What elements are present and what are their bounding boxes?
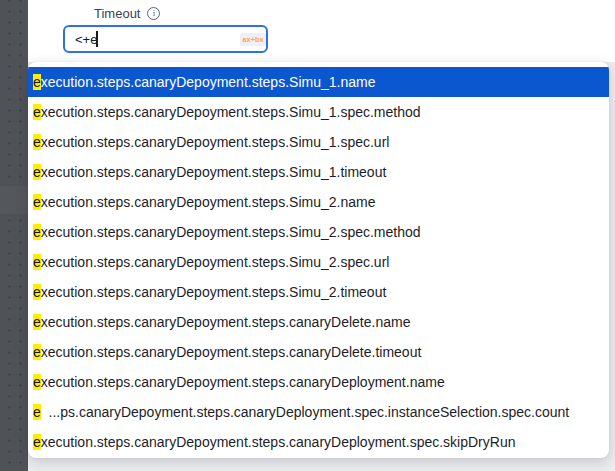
match-highlight: e — [33, 104, 41, 120]
match-highlight: e — [33, 74, 41, 90]
suggestion-item[interactable]: execution.steps.canaryDepoyment.steps.Si… — [28, 217, 609, 247]
text-caret — [96, 31, 98, 47]
match-highlight: e — [33, 314, 41, 330]
suggestion-text: xecution.steps.canaryDepoyment.steps.Sim… — [41, 104, 421, 120]
match-highlight: e — [33, 134, 41, 150]
suggestion-item[interactable]: execution.steps.canaryDepoyment.steps.Si… — [28, 127, 609, 157]
suggestion-item[interactable]: e ...ps.canaryDepoyment.steps.canaryDepl… — [28, 397, 609, 427]
suggestion-item[interactable]: execution.steps.canaryDepoyment.steps.Si… — [28, 97, 609, 127]
expression-suggestion-dropdown: execution.steps.canaryDepoyment.steps.Si… — [28, 62, 609, 458]
match-highlight: e — [33, 254, 41, 270]
info-icon[interactable]: i — [147, 7, 160, 20]
suggestion-text: xecution.steps.canaryDepoyment.steps.Sim… — [41, 134, 390, 150]
match-highlight: e — [33, 164, 41, 180]
suggestion-item[interactable]: execution.steps.canaryDepoyment.steps.Si… — [28, 157, 609, 187]
match-highlight: e — [33, 434, 41, 450]
suggestion-item[interactable]: execution.steps.canaryDepoyment.steps.ca… — [28, 337, 609, 367]
timeout-input[interactable] — [63, 25, 268, 53]
suggestion-text: ...ps.canaryDepoyment.steps.canaryDeploy… — [41, 404, 569, 420]
suggestion-text: xecution.steps.canaryDepoyment.steps.can… — [41, 434, 516, 450]
suggestion-item[interactable]: execution.steps.canaryDepoyment.steps.Si… — [28, 277, 609, 307]
suggestion-item[interactable]: execution.steps.canaryDepoyment.steps.ca… — [28, 367, 609, 397]
suggestion-item[interactable]: execution.steps.canaryDepoyment.steps.Si… — [28, 187, 609, 217]
suggestion-item[interactable]: execution.steps.canaryDepoyment.steps.Si… — [28, 67, 609, 97]
suggestion-list: execution.steps.canaryDepoyment.steps.Si… — [28, 67, 609, 457]
match-highlight: e — [33, 194, 41, 210]
match-highlight: e — [33, 404, 41, 420]
match-highlight: e — [33, 344, 41, 360]
match-highlight: e — [33, 284, 41, 300]
suggestion-text: xecution.steps.canaryDepoyment.steps.Sim… — [41, 194, 376, 210]
pipeline-canvas-band — [0, 186, 28, 214]
suggestion-text: xecution.steps.canaryDepoyment.steps.Sim… — [41, 284, 387, 300]
match-highlight: e — [33, 374, 41, 390]
suggestion-text: xecution.steps.canaryDepoyment.steps.can… — [41, 344, 422, 360]
suggestion-item[interactable]: execution.steps.canaryDepoyment.steps.Si… — [28, 247, 609, 277]
suggestion-text: xecution.steps.canaryDepoyment.steps.Sim… — [41, 164, 387, 180]
suggestion-item[interactable]: execution.steps.canaryDepoyment.steps.ca… — [28, 307, 609, 337]
suggestion-item[interactable]: execution.steps.canaryDepoyment.steps.ca… — [28, 427, 609, 457]
expression-type-badge[interactable]: ax+bx — [240, 33, 266, 46]
timeout-field-label-row: Timeout i — [94, 6, 160, 21]
suggestion-text: xecution.steps.canaryDepoyment.steps.Sim… — [41, 74, 376, 90]
suggestion-text: xecution.steps.canaryDepoyment.steps.Sim… — [41, 254, 390, 270]
suggestion-text: xecution.steps.canaryDepoyment.steps.can… — [41, 374, 445, 390]
pipeline-canvas — [0, 0, 28, 471]
timeout-field-label: Timeout — [94, 6, 140, 21]
match-highlight: e — [33, 224, 41, 240]
suggestion-text: xecution.steps.canaryDepoyment.steps.can… — [41, 314, 411, 330]
suggestion-text: xecution.steps.canaryDepoyment.steps.Sim… — [41, 224, 421, 240]
